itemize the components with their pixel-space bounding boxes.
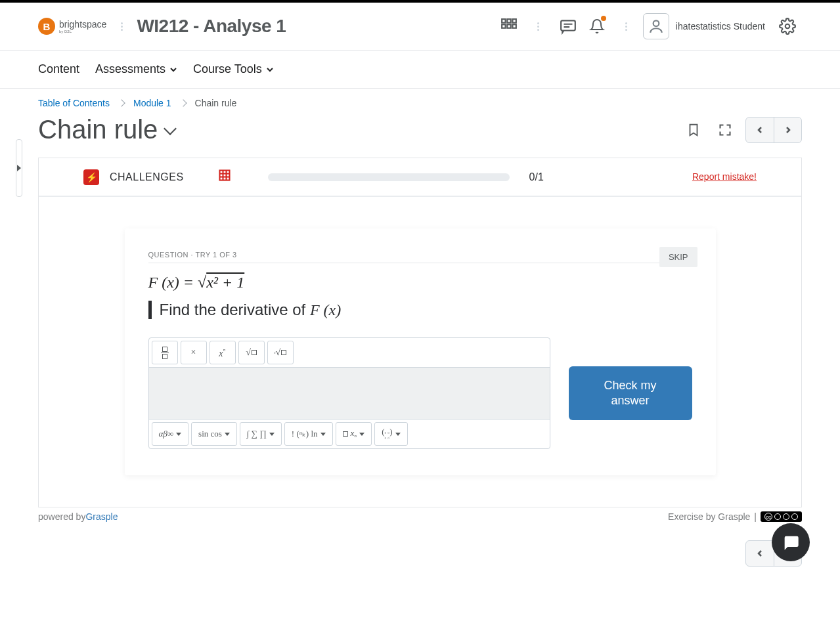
chevron-right-icon [179, 99, 187, 106]
svg-rect-2 [512, 19, 516, 22]
editor-times-button[interactable]: × [181, 341, 207, 364]
editor-comb-dropdown[interactable]: ! (ⁿₖ) ln [284, 422, 333, 446]
logo-icon: B [38, 18, 55, 35]
editor-matrix-dropdown[interactable]: (▫ ▫▫ ▫) [374, 422, 407, 446]
editor-calc-dropdown[interactable]: ∫ ∑ ∏ [240, 422, 282, 446]
course-title[interactable]: WI212 - Analyse 1 [137, 16, 286, 37]
next-page-button[interactable] [774, 118, 801, 142]
editor-trig-dropdown[interactable]: sin cos [191, 422, 237, 446]
editor-frac-button[interactable] [152, 341, 178, 364]
math-editor[interactable]: × x▫ √ ▫√ αβ∞ sin cos ∫ ∑ ∏ ! (ⁿₖ) ln x▫… [148, 337, 550, 449]
side-panel-handle[interactable] [16, 139, 22, 197]
question-meta: QUESTION · TRY 1 OF 3 [148, 251, 692, 263]
exercise-by-label: Exercise by Grasple [668, 511, 750, 522]
divider-icon [117, 22, 126, 31]
chevron-right-icon [118, 99, 125, 106]
svg-point-8 [785, 24, 790, 29]
svg-point-7 [653, 20, 659, 26]
progress-text: 0/1 [529, 171, 544, 183]
editor-greek-dropdown[interactable]: αβ∞ [152, 422, 189, 446]
accent-bar [148, 301, 152, 319]
breadcrumb: Table of Contents Module 1 Chain rule [0, 89, 840, 115]
chevron-down-icon [164, 122, 177, 135]
prev-page-button[interactable] [746, 118, 774, 142]
svg-rect-9 [219, 171, 229, 181]
caret-right-icon [17, 165, 21, 171]
apps-grid-icon[interactable] [495, 12, 523, 41]
bookmark-icon[interactable] [682, 119, 705, 141]
page-title[interactable]: Chain rule [38, 115, 175, 144]
logo-text: brightspace [59, 19, 106, 30]
editor-canvas[interactable] [149, 368, 550, 419]
svg-rect-3 [502, 24, 505, 28]
divider-icon [622, 22, 631, 31]
question-instruction: Find the derivative of F (x) [160, 301, 342, 319]
nav-assessments[interactable]: Assessments [95, 62, 177, 76]
skip-button[interactable]: SKIP [659, 247, 697, 267]
report-mistake-link[interactable]: Report mistake! [692, 171, 757, 183]
brightspace-logo[interactable]: B brightspace by D2L [38, 18, 106, 35]
challenge-icon: ⚡ [83, 169, 99, 185]
logo-sub: by D2L [59, 30, 106, 33]
editor-sub-dropdown[interactable]: x▫ [336, 422, 372, 446]
avatar[interactable] [642, 12, 671, 41]
nav-content[interactable]: Content [38, 62, 79, 76]
svg-rect-1 [507, 19, 510, 22]
bc-module[interactable]: Module 1 [133, 98, 171, 108]
svg-rect-4 [507, 24, 510, 28]
progress-bar [268, 173, 510, 181]
cc-license-icon[interactable]: cc [761, 511, 802, 522]
messages-icon[interactable] [554, 12, 583, 41]
fullscreen-icon[interactable] [714, 119, 736, 141]
notifications-icon[interactable] [583, 12, 611, 41]
editor-nthroot-button[interactable]: ▫√ [267, 341, 294, 364]
editor-sqrt-button[interactable]: √ [238, 341, 265, 364]
prev-page-button[interactable] [746, 541, 774, 566]
svg-rect-6 [561, 20, 575, 30]
divider-icon [534, 22, 543, 31]
question-formula: F (x) = √x² + 1 [148, 274, 692, 291]
gear-icon[interactable] [773, 12, 802, 41]
username[interactable]: ihatestatistics Student [676, 21, 765, 32]
nav-course-tools[interactable]: Course Tools [193, 62, 274, 76]
grasple-link[interactable]: Grasple [85, 511, 118, 522]
powered-by-label: powered by [38, 511, 85, 522]
svg-rect-5 [512, 24, 516, 28]
check-answer-button[interactable]: Check my answer [569, 366, 692, 421]
editor-power-button[interactable]: x▫ [210, 341, 236, 364]
bc-toc[interactable]: Table of Contents [38, 98, 110, 108]
svg-rect-0 [502, 19, 505, 22]
chat-fab-icon[interactable] [772, 523, 810, 561]
challenge-label: CHALLENGES [110, 171, 184, 183]
bc-current: Chain rule [195, 98, 237, 108]
notification-badge-icon [601, 16, 606, 21]
challenge-grid-icon[interactable] [218, 169, 231, 185]
